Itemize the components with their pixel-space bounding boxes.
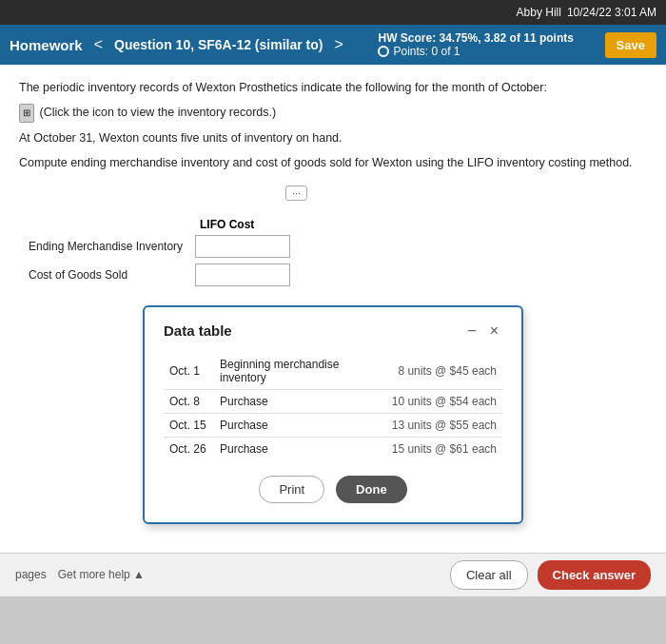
done-button[interactable]: Done	[336, 476, 407, 503]
modal-header: Data table − ×	[164, 322, 502, 340]
table-icon[interactable]: ⊞	[19, 104, 34, 123]
print-button[interactable]: Print	[259, 476, 324, 503]
problem-text-1: The periodic inventory records of Wexton…	[19, 78, 647, 97]
user-name: Abby Hill	[517, 6, 561, 19]
minimize-button[interactable]: −	[463, 322, 480, 340]
get-more-help[interactable]: Get more help ▲	[58, 568, 145, 581]
qty-cell: 15 units @ $61 each	[386, 437, 502, 460]
qty-cell: 8 units @ $45 each	[386, 353, 502, 390]
date-cell: Oct. 1	[164, 353, 216, 390]
points-label: Points: 0 of 1	[393, 45, 460, 58]
bottom-bar: pages Get more help ▲ Clear all Check an…	[0, 553, 666, 596]
type-cell: Purchase	[216, 413, 386, 437]
close-button[interactable]: ×	[486, 322, 502, 340]
qty-cell: 13 units @ $55 each	[386, 413, 502, 437]
bottom-left: pages Get more help ▲	[15, 568, 145, 581]
text1: The periodic inventory records of Wexton…	[19, 81, 547, 94]
icon-text: (Click the icon to view the inventory re…	[39, 106, 276, 119]
top-bar: Abby Hill 10/24/22 3:01 AM	[0, 0, 666, 25]
qty-cell: 10 units @ $54 each	[386, 389, 502, 413]
modal-footer: Print Done	[164, 476, 502, 503]
score-info: HW Score: 34.75%, 3.82 of 11 points Poin…	[378, 31, 573, 58]
data-table-modal: Data table − × Oct. 1 Beginning merchand…	[143, 305, 523, 524]
row-cogs: Cost of Goods Sold	[29, 263, 647, 286]
clear-all-button[interactable]: Clear all	[450, 560, 528, 590]
circle-icon	[378, 46, 389, 57]
check-answer-button[interactable]: Check answer	[538, 560, 651, 590]
table-row: Oct. 1 Beginning merchandise inventory 8…	[164, 353, 502, 390]
date-cell: Oct. 8	[164, 389, 216, 413]
user-info: Abby Hill 10/24/22 3:01 AM	[517, 6, 656, 19]
data-table: Oct. 1 Beginning merchandise inventory 8…	[164, 353, 502, 460]
row-ending-inventory: Ending Merchandise Inventory	[29, 235, 647, 258]
table-row: Oct. 15 Purchase 13 units @ $55 each	[164, 413, 502, 437]
table-row: Oct. 26 Purchase 15 units @ $61 each	[164, 437, 502, 460]
table-row: Oct. 8 Purchase 10 units @ $54 each	[164, 389, 502, 413]
expand-dots[interactable]: ···	[285, 185, 307, 201]
cogs-input[interactable]	[195, 263, 290, 286]
points-row: Points: 0 of 1	[378, 45, 460, 58]
ending-inventory-label: Ending Merchandise Inventory	[29, 240, 195, 253]
input-table: LIFO Cost Ending Merchandise Inventory C…	[29, 218, 647, 286]
cogs-label: Cost of Goods Sold	[29, 268, 195, 282]
date-cell: Oct. 15	[164, 413, 216, 437]
homework-label: Homework	[10, 37, 83, 53]
prev-arrow[interactable]: <	[90, 36, 107, 53]
modal-title: Data table	[164, 322, 232, 339]
header-left: Homework < Question 10, SF6A-12 (similar…	[10, 36, 347, 53]
hw-score: HW Score: 34.75%, 3.82 of 11 points	[378, 31, 573, 45]
pages-label: pages	[15, 568, 47, 581]
problem-text-icon: ⊞ (Click the icon to view the inventory …	[19, 103, 647, 123]
type-cell: Beginning merchandise inventory	[216, 353, 386, 390]
type-cell: Purchase	[216, 389, 386, 413]
date-cell: Oct. 26	[164, 437, 216, 460]
next-arrow[interactable]: >	[330, 36, 346, 53]
main-content: The periodic inventory records of Wexton…	[0, 65, 666, 553]
ending-inventory-input[interactable]	[195, 235, 290, 258]
modal-controls: − ×	[463, 322, 502, 340]
problem-text-3: Compute ending merchandise inventory and…	[19, 153, 647, 172]
lifo-cost-header: LIFO Cost	[200, 218, 254, 231]
bottom-right: Clear all Check answer	[450, 560, 651, 590]
save-button[interactable]: Save	[605, 32, 656, 58]
header-nav: Homework < Question 10, SF6A-12 (similar…	[0, 25, 666, 65]
problem-text-2: At October 31, Wexton counts five units …	[19, 128, 647, 147]
datetime: 10/24/22 3:01 AM	[567, 6, 656, 19]
column-header: LIFO Cost	[200, 218, 647, 231]
type-cell: Purchase	[216, 437, 386, 460]
question-title: Question 10, SF6A-12 (similar to)	[114, 37, 323, 52]
